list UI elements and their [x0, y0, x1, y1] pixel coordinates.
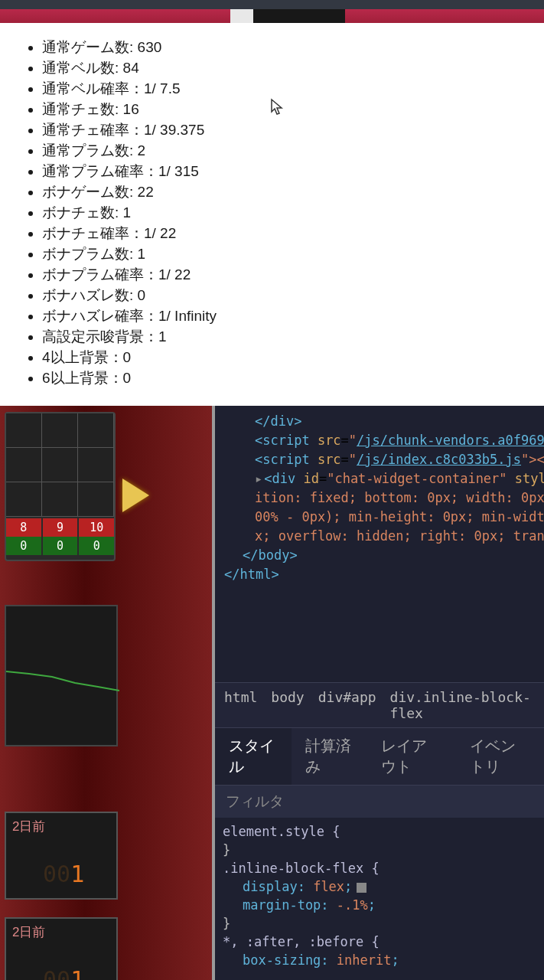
stat-item: 通常ベル数: 84 — [42, 57, 529, 78]
stat-item: 通常ベル確率：1/ 7.5 — [42, 78, 529, 99]
css-brace: } — [223, 842, 230, 858]
stat-item: 通常プラム確率：1/ 315 — [42, 161, 529, 181]
history-card[interactable]: 2日前 001 — [5, 917, 118, 980]
counter-red: 10 — [79, 518, 114, 537]
dom-text: 00% - 0px); min-height: 0px; min-width — [255, 509, 544, 524]
breadcrumb-item[interactable]: body — [271, 689, 304, 721]
stats-panel: 通常ゲーム数: 630 通常ベル数: 84 通常ベル確率：1/ 7.5 通常チェ… — [0, 23, 544, 406]
breadcrumb-item[interactable]: div.inline-block-flex — [390, 689, 535, 721]
stat-item: ボナプラム確率：1/ 22 — [42, 264, 529, 285]
counter-red: 8 — [6, 518, 41, 537]
stat-item: 通常チェ数: 16 — [42, 99, 529, 119]
counter-red: 9 — [43, 518, 78, 537]
counter-green: 0 — [79, 537, 114, 555]
stat-item: 通常プラム数: 2 — [42, 140, 529, 161]
stats-list: 通常ゲーム数: 630 通常ベル数: 84 通常ベル確率：1/ 7.5 通常チェ… — [42, 37, 529, 388]
css-brace: } — [223, 916, 230, 931]
game-panel: 8 9 10 0 0 0 2日前 001 2日前 001 — [0, 406, 215, 980]
styles-filter-input[interactable]: フィルタ — [215, 785, 544, 818]
devtools-panel: </div> <script src="/js/chunk-vendors.a0… — [215, 406, 544, 980]
css-selector[interactable]: *, :after, :before { — [223, 934, 379, 949]
history-value: 001 — [43, 966, 84, 980]
window-title-bar — [0, 9, 544, 23]
tab-layout[interactable]: レイアウト — [367, 728, 455, 785]
css-selector[interactable]: element.style { — [223, 824, 340, 839]
stat-item: ボナハズレ確率：1/ Infinity — [42, 305, 529, 326]
dom-breadcrumb: html body div#app div.inline-block-flex — [215, 682, 544, 727]
stat-item: ボナゲーム数: 22 — [42, 181, 529, 202]
stat-item: 高設定示唆背景：1 — [42, 326, 529, 347]
dom-text: x; overflow: hidden; right: 0px; trans — [255, 528, 544, 544]
history-value: 001 — [43, 861, 84, 887]
dom-node[interactable]: </html> — [224, 567, 279, 582]
history-time: 2日前 — [6, 919, 116, 946]
counter-green: 0 — [6, 537, 41, 555]
styles-tabs: スタイル 計算済み レイアウト イベントリ — [215, 727, 544, 785]
tab-computed[interactable]: 計算済み — [292, 728, 368, 785]
slot-machine-display[interactable]: 8 9 10 0 0 0 — [5, 412, 116, 561]
window-top-bar — [0, 0, 544, 9]
browser-tab[interactable] — [230, 9, 253, 23]
stat-item: 通常チェ確率：1/ 39.375 — [42, 119, 529, 140]
stat-item: 6以上背景：0 — [42, 368, 529, 388]
dom-node[interactable]: </body> — [243, 547, 298, 563]
css-rules[interactable]: element.style { } .inline-block-flex { d… — [215, 818, 544, 980]
flex-swatch-icon[interactable] — [357, 883, 366, 893]
stat-item: ボナチェ確率：1/ 22 — [42, 223, 529, 243]
dom-node[interactable]: </div> — [255, 413, 301, 429]
window-controls[interactable] — [253, 9, 345, 23]
dom-text: ition: fixed; bottom: 0px; width: 0px; — [255, 490, 544, 505]
breadcrumb-item[interactable]: html — [224, 689, 257, 721]
history-time: 2日前 — [6, 813, 116, 840]
tab-events[interactable]: イベントリ — [456, 728, 544, 785]
dom-link[interactable]: /js/chunk-vendors.a0f969 — [357, 433, 544, 448]
stat-item: ボナハズレ数: 0 — [42, 285, 529, 305]
play-arrow-icon[interactable] — [122, 479, 149, 512]
css-selector[interactable]: .inline-block-flex { — [223, 861, 379, 876]
stat-item: ボナプラム数: 1 — [42, 243, 529, 264]
counter-green: 0 — [43, 537, 78, 555]
stat-item: ボナチェ数: 1 — [42, 202, 529, 223]
tab-styles[interactable]: スタイル — [215, 728, 292, 785]
breadcrumb-item[interactable]: div#app — [318, 689, 376, 721]
history-card[interactable]: 2日前 001 — [5, 812, 118, 900]
stat-item: 4以上背景：0 — [42, 347, 529, 368]
dom-tree[interactable]: </div> <script src="/js/chunk-vendors.a0… — [215, 406, 544, 682]
stat-item: 通常ゲーム数: 630 — [42, 37, 529, 57]
history-graph[interactable] — [5, 605, 118, 746]
dom-link[interactable]: /js/index.c8c033b5.js — [357, 452, 521, 467]
expand-caret-icon[interactable]: ▸ — [255, 471, 262, 486]
